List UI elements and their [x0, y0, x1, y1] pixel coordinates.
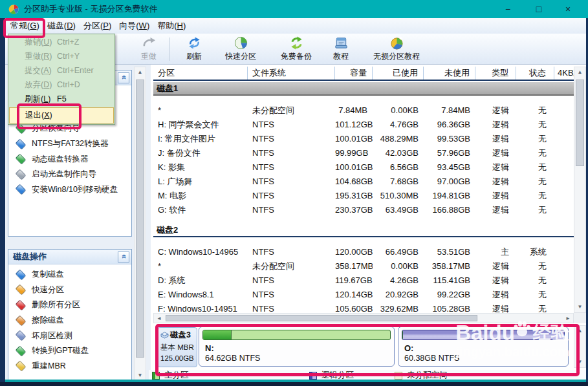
partition-row[interactable]: K: 影集 NTFS 100.01GB 6.56GB 93.45GB 逻辑 无	[153, 160, 574, 175]
dropdown-menu-item[interactable]: 撤销(U) Ctrl+Z	[8, 35, 114, 49]
sidebar-item-label: 转换到GPT磁盘	[32, 345, 89, 356]
menu-item[interactable]: 分区(P)	[80, 19, 115, 33]
sidebar-disk-op-item[interactable]: 重建MBR	[8, 359, 131, 374]
menu-item[interactable]: 帮助(H)	[153, 19, 190, 33]
menu-item[interactable]: 常规(G)	[6, 19, 43, 33]
redo-button[interactable]: 重做	[128, 36, 169, 63]
sidebar-disk-op-item[interactable]: 删除所有分区	[8, 297, 131, 313]
partition-row[interactable]: D: 系统 NTFS 119.67GB 4.26GB 115.41GB 逻辑 无	[153, 273, 574, 288]
disk-group-header[interactable]: 磁盘1	[153, 82, 574, 96]
scrollbar-thumb[interactable]	[136, 80, 144, 358]
dropdown-menu-item[interactable]: 退出(X)	[9, 107, 114, 123]
collapse-panel-button[interactable]: «	[118, 72, 129, 83]
scroll-right-icon[interactable]: ►	[563, 314, 573, 323]
sidebar-wizard-item[interactable]: 启动光盘制作向导	[8, 167, 131, 182]
sidebar-disk-op-item[interactable]: 快速分区	[8, 283, 131, 298]
sidebar-wizard-item[interactable]: 安装Win8/10到移动硬盘	[8, 182, 131, 198]
partition-row[interactable]: L: 广场舞 NTFS 104.68GB 7.68GB 97.00GB 逻辑 无	[153, 175, 574, 189]
minimize-button[interactable]: −	[497, 0, 519, 18]
column-header-4k-align[interactable]: 4KB对齐	[554, 67, 574, 80]
menu-bar: 常规(G)磁盘(D)分区(P)向导(W)帮助(H)	[5, 18, 586, 34]
scroll-up-icon[interactable]: ▲	[135, 67, 146, 78]
cell-used: 0.00KB	[373, 103, 424, 118]
cell-unused: 96.36GB	[424, 118, 475, 132]
partition-row[interactable]: I: 常用文件图片 NTFS 100.01GB 488.29MB 99.53GB…	[153, 132, 574, 146]
column-header-filesystem[interactable]: 文件系统	[248, 67, 335, 80]
lossless-partition-tutorial-button[interactable]: 无损分区教程	[356, 36, 437, 63]
sidebar-disk-op-item[interactable]: 复制磁盘	[8, 267, 131, 283]
partition-row[interactable]: * 未分配空间 7.84MB 0.00KB 7.84MB 逻辑 无	[153, 103, 574, 118]
dropdown-menu-item[interactable]: 提交(A) Ctrl+Enter	[8, 63, 114, 78]
partition-legend: 主分区 逻辑分区 未分配空间	[149, 370, 586, 380]
cell-status: 无	[516, 288, 554, 302]
partition-row[interactable]: H: 同学聚会文件 NTFS 101.12GB 4.76GB 96.36GB 逻…	[153, 118, 574, 132]
menu-item[interactable]: 磁盘(D)	[43, 19, 80, 33]
column-header-unused[interactable]: 未使用	[424, 67, 475, 80]
cell-4k-align	[554, 302, 574, 313]
cell-capacity: 230.37GB	[335, 203, 373, 217]
disk-group-header[interactable]: 磁盘2	[153, 224, 574, 237]
partition-row[interactable]: C: Windows10-14965 NTFS 120.00GB 66.49GB…	[153, 245, 574, 259]
cell-4k-align	[554, 273, 574, 288]
menu-item[interactable]: 向导(W)	[115, 19, 153, 33]
table-vertical-scrollbar[interactable]: ▲ ▼	[574, 67, 586, 313]
menu-item-label: 重做(R)	[25, 49, 57, 63]
sidebar-item-icon	[15, 284, 26, 295]
partition-block[interactable]: N: 64.62GB NTFS	[199, 327, 395, 367]
cell-status: 无	[516, 160, 554, 175]
disk3-info-block[interactable]: 磁盘3 基本 MBR 125.00GB	[157, 327, 197, 367]
scroll-up-icon[interactable]: ▲	[574, 67, 585, 78]
table-horizontal-scrollbar[interactable]: ◄ ►	[153, 313, 574, 323]
disk-name: 磁盘1	[157, 83, 178, 93]
sidebar-wizard-item[interactable]: NTFS与FAT32转换器	[8, 136, 131, 152]
dropdown-menu-item[interactable]: 重做(R) Ctrl+Y	[8, 49, 114, 63]
sidebar-item-label: 安装Win8/10到移动硬盘	[32, 184, 118, 195]
quick-partition-button[interactable]: 快速分区	[212, 36, 269, 63]
menu-item-shortcut: Ctrl+D	[57, 78, 80, 92]
menu-item-shortcut: Ctrl+Y	[57, 49, 80, 63]
dropdown-menu-item[interactable]: 放弃(D) Ctrl+D	[8, 78, 114, 92]
cell-capacity: 100.01GB	[335, 160, 373, 175]
partition-row[interactable]: M: 电影 NTFS 195.31GB 510.30MB 194.81GB 逻辑…	[153, 189, 574, 203]
cell-partition: K: 影集	[153, 160, 248, 175]
scroll-down-icon[interactable]: ▼	[574, 357, 585, 367]
scroll-left-icon[interactable]: ◄	[154, 314, 164, 323]
column-header-used[interactable]: 已使用	[373, 67, 424, 80]
partition-row[interactable]: E: Windows8.1 NTFS 120.14GB 20.92GB 99.2…	[153, 288, 574, 302]
column-header-capacity[interactable]: 容量	[335, 67, 373, 80]
partition-row[interactable]: J: 备份文件 NTFS 99.99GB 42.03GB 57.96GB 逻辑 …	[153, 146, 574, 160]
free-backup-button[interactable]: 免费备份	[268, 36, 325, 63]
cell-used: 329.62MB	[373, 302, 424, 313]
tutorial-button[interactable]: 教程	[323, 36, 358, 63]
sidebar-disk-op-item[interactable]: 坏扇区检测	[8, 328, 131, 343]
menu-item-label: 放弃(D)	[25, 78, 57, 92]
maximize-button[interactable]: □	[528, 0, 550, 18]
cell-unused: 57.96GB	[424, 146, 475, 160]
sidebar-wizard-item[interactable]: 动态磁盘转换器	[8, 151, 131, 167]
close-button[interactable]: ×	[557, 0, 579, 18]
column-header-status[interactable]: 状态	[516, 67, 554, 80]
cell-status: 无	[516, 203, 554, 217]
sidebar-scrollbar[interactable]: ▲ ▼	[134, 67, 146, 381]
cell-partition: L: 广场舞	[153, 175, 248, 189]
column-header-type[interactable]: 类型	[475, 67, 516, 80]
refresh-button[interactable]: 刷新	[175, 36, 213, 63]
sidebar-disk-op-item[interactable]: 转换到GPT磁盘	[8, 343, 131, 359]
dropdown-menu-item[interactable]: 刷新(L) F5	[8, 92, 114, 106]
scroll-up-icon[interactable]: ▲	[574, 326, 585, 336]
scrollbar-thumb[interactable]	[166, 315, 477, 321]
cell-filesystem: NTFS	[248, 189, 335, 203]
partition-row[interactable]: * 未分配空间 358.17MB 0.00KB 358.17MB 逻辑 无	[153, 259, 574, 273]
collapse-panel-button[interactable]: «	[118, 252, 129, 263]
partition-row[interactable]: G: 软件 NTFS 230.37GB 63.49GB 166.88GB 逻辑 …	[153, 203, 574, 217]
sidebar-disk-op-item[interactable]: 擦除磁盘	[8, 313, 131, 328]
column-header-partition[interactable]: 分区	[153, 67, 248, 80]
cell-unused: 105.28GB	[424, 302, 475, 313]
overview-scrollbar[interactable]: ▲ ▼	[574, 325, 586, 368]
cell-used: 4.76GB	[373, 118, 424, 132]
scroll-down-icon[interactable]: ▼	[574, 302, 585, 312]
scrollbar-thumb[interactable]	[576, 80, 584, 166]
partition-row[interactable]: F: Windows10-14951 NTFS 105.60GB 329.62M…	[153, 302, 574, 313]
partition-block[interactable]: O: 60.38GB NTFS	[398, 327, 569, 367]
free-backup-icon	[289, 36, 304, 50]
